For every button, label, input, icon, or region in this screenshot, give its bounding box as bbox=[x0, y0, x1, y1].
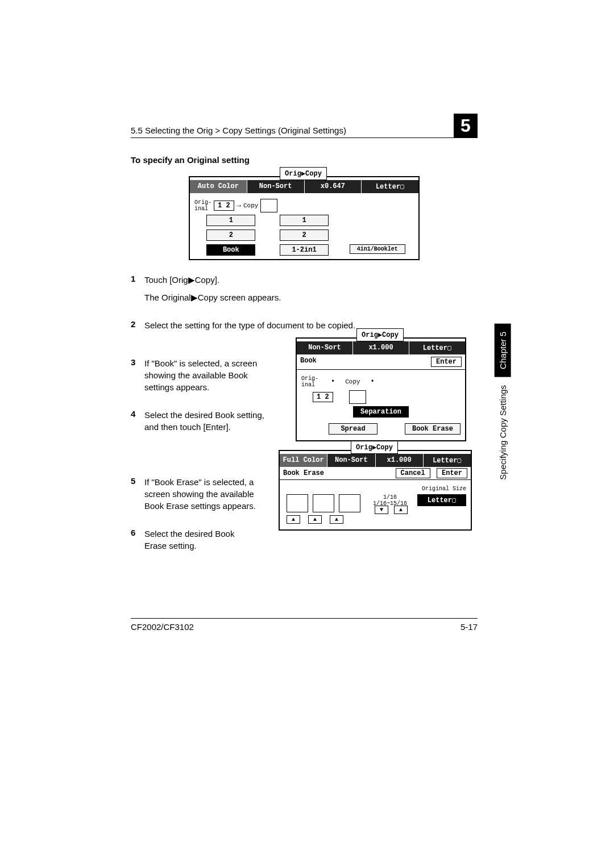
step-5-text: If "Book Erase" is selected, a screen sh… bbox=[144, 476, 258, 512]
erase-option-3-icon[interactable] bbox=[339, 494, 360, 512]
page-footer: CF2002/CF3102 5-17 bbox=[131, 618, 478, 632]
letter-size-button[interactable]: Letter▢ bbox=[417, 494, 466, 506]
hdr-color-3[interactable]: Full Color bbox=[280, 454, 327, 467]
tab-origcopy-2[interactable]: Orig▶Copy bbox=[356, 328, 404, 341]
label-copy-2: Copy bbox=[345, 378, 360, 385]
label-copy: Copy bbox=[243, 202, 258, 209]
page-header: 5.5 Selecting the Orig > Copy Settings (… bbox=[131, 114, 478, 138]
original-size-label: Original Size bbox=[422, 486, 466, 492]
spread-button[interactable]: Spread bbox=[329, 423, 377, 435]
step-3: 3 If "Book" is selected, a screen showin… bbox=[131, 357, 279, 399]
booklet-button[interactable]: 4in1/Booklet bbox=[350, 244, 405, 254]
option3-up-button[interactable]: ▲ bbox=[330, 515, 343, 524]
hdr-zoom[interactable]: x0.647 bbox=[305, 180, 362, 193]
screen3-title: Book Erase bbox=[283, 469, 324, 477]
option2-up-button[interactable]: ▲ bbox=[308, 515, 322, 524]
hdr-paper-2[interactable]: Letter▢ bbox=[409, 341, 465, 354]
increase-button[interactable]: ▲ bbox=[394, 506, 408, 514]
step-4-text: Select the desired Book setting, and the… bbox=[144, 409, 275, 433]
book-icon bbox=[349, 390, 366, 404]
step-6: 6 Select the desired Book Erase setting. bbox=[131, 528, 279, 557]
hdr-paper-3[interactable]: Letter▢ bbox=[424, 454, 471, 467]
enter-button-3[interactable]: Enter bbox=[437, 468, 467, 478]
pages-icon: 1 2 bbox=[214, 201, 234, 211]
enter-button[interactable]: Enter bbox=[431, 357, 462, 367]
chapter-number-box: 5 bbox=[454, 114, 478, 137]
side-text: Specifying Copy Settings bbox=[498, 385, 508, 480]
breadcrumb: 5.5 Selecting the Orig > Copy Settings (… bbox=[131, 126, 447, 135]
step-1-text-a: Touch [Orig▶Copy]. bbox=[144, 274, 281, 286]
label-original: Orig-inal bbox=[194, 199, 214, 212]
hdr-zoom-3[interactable]: x1.000 bbox=[376, 454, 424, 467]
pages-icon-2: 1 2 bbox=[313, 392, 333, 402]
arrow-icon: → bbox=[237, 201, 241, 210]
erase-option-2-icon[interactable] bbox=[313, 494, 334, 512]
orig-2-button[interactable]: 2 bbox=[206, 229, 255, 241]
copy-2-button[interactable]: 2 bbox=[280, 229, 329, 241]
copy-page-icon bbox=[260, 199, 277, 212]
footer-page: 5-17 bbox=[460, 622, 478, 632]
step-3-text: If "Book" is selected, a screen showing … bbox=[144, 357, 275, 393]
step-1: 1 Touch [Orig▶Copy]. The Original▶Copy s… bbox=[131, 274, 478, 309]
hdr-sort-3[interactable]: Non-Sort bbox=[327, 454, 375, 467]
step-1-text-b: The Original▶Copy screen appears. bbox=[144, 291, 281, 303]
side-tab: Specifying Copy Settings Chapter 5 bbox=[495, 324, 511, 480]
hdr-paper[interactable]: Letter▢ bbox=[362, 180, 418, 193]
section-title: To specify an Original setting bbox=[131, 155, 478, 165]
tab-origcopy-3[interactable]: Orig▶Copy bbox=[351, 441, 398, 454]
erase-option-1-icon[interactable] bbox=[287, 494, 308, 512]
two-in-one-button[interactable]: 1-2in1 bbox=[280, 244, 329, 256]
label-original-2: Orig-inal bbox=[301, 375, 321, 388]
hdr-sort[interactable]: Non-Sort bbox=[247, 180, 305, 193]
cancel-button[interactable]: Cancel bbox=[396, 468, 430, 478]
copier-screen-1: Orig▶Copy Auto Color Non-Sort x0.647 Let… bbox=[189, 176, 420, 260]
screen2-title: Book bbox=[300, 357, 317, 367]
step-6-text: Select the desired Book Erase setting. bbox=[144, 528, 258, 552]
orig-1-button[interactable]: 1 bbox=[206, 215, 255, 226]
copier-screen-2: Orig▶Copy Non-Sort x1.000 Letter▢ Book E… bbox=[296, 337, 466, 441]
separation-button[interactable]: Separation bbox=[353, 406, 409, 418]
book-erase-button[interactable]: Book Erase bbox=[405, 423, 460, 435]
book-button[interactable]: Book bbox=[206, 244, 255, 256]
hdr-color[interactable]: Auto Color bbox=[190, 180, 247, 193]
step-4: 4 Select the desired Book setting, and t… bbox=[131, 409, 279, 439]
step-5: 5 If "Book Erase" is selected, a screen … bbox=[131, 476, 279, 518]
tab-origcopy[interactable]: Orig▶Copy bbox=[280, 167, 327, 180]
hdr-sort-2[interactable]: Non-Sort bbox=[297, 341, 353, 354]
decrease-button[interactable]: ▼ bbox=[375, 506, 388, 514]
copy-1-button[interactable]: 1 bbox=[280, 215, 329, 226]
copier-screen-3: Orig▶Copy Full Color Non-Sort x1.000 Let… bbox=[279, 450, 472, 531]
range-label: 1/16~15/16 bbox=[363, 500, 417, 507]
side-chapter: Chapter 5 bbox=[495, 324, 511, 377]
hdr-zoom-2[interactable]: x1.000 bbox=[353, 341, 409, 354]
fraction-label: 1/16 bbox=[363, 494, 417, 500]
footer-model: CF2002/CF3102 bbox=[131, 622, 194, 632]
option1-up-button[interactable]: ▲ bbox=[287, 515, 300, 524]
